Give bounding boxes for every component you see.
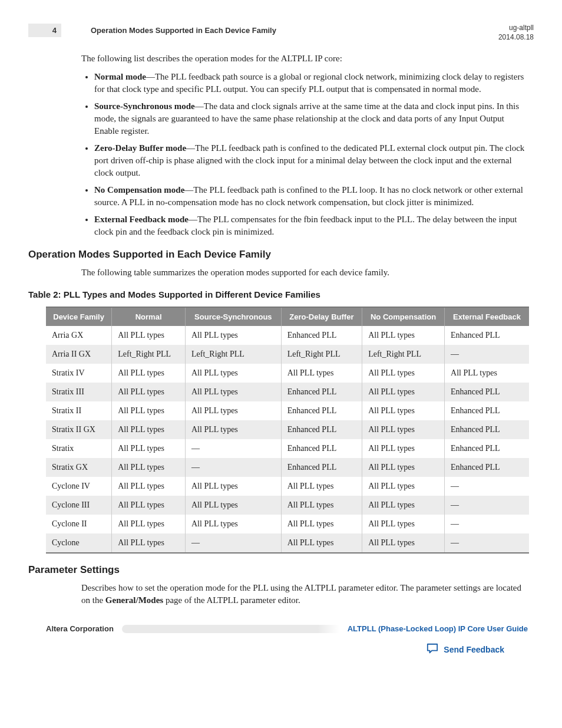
table-cell: Enhanced PLL: [281, 439, 362, 458]
header-meta: ug-altpll 2014.08.18: [498, 24, 534, 42]
table-cell: Enhanced PLL: [445, 420, 529, 439]
table-row: Stratix GXAll PLL types—Enhanced PLLAll …: [46, 458, 529, 477]
page-footer: Altera Corporation ALTPLL (Phase-Locked …: [28, 624, 534, 633]
table-cell: Stratix IV: [46, 364, 112, 383]
table-cell: All PLL types: [281, 496, 362, 515]
table-cell: —: [445, 496, 529, 515]
table-cell: All PLL types: [186, 496, 282, 515]
table-cell: Left_Right PLL: [112, 345, 186, 364]
table-row: Stratix II GXAll PLL typesAll PLL typesE…: [46, 420, 529, 439]
table-cell: Cyclone: [46, 533, 112, 553]
table-header-cell: External Feedback: [445, 307, 529, 326]
table-cell: —: [186, 439, 282, 458]
table-cell: —: [445, 477, 529, 496]
table-cell: All PLL types: [112, 401, 186, 420]
mode-item: Zero-Delay Buffer mode—The PLL feedback …: [94, 142, 528, 179]
send-feedback-link[interactable]: Send Feedback: [426, 643, 504, 656]
table-header-cell: Normal: [112, 307, 186, 326]
section-heading-params: Parameter Settings: [28, 564, 534, 576]
footer-divider: [122, 625, 339, 633]
mode-item: No Compensation mode—The PLL feedback pa…: [94, 184, 528, 209]
table-cell: All PLL types: [112, 383, 186, 401]
table-cell: Enhanced PLL: [445, 383, 529, 401]
table-cell: Stratix II: [46, 401, 112, 420]
mode-name: Source-Synchronous mode: [94, 101, 195, 111]
feedback-label: Send Feedback: [444, 645, 504, 654]
table-cell: Left_Right PLL: [281, 345, 362, 364]
running-title: Operation Modes Supported in Each Device…: [91, 24, 498, 35]
table-row: Arria GXAll PLL typesAll PLL typesEnhanc…: [46, 326, 529, 345]
table-row: Stratix IIIAll PLL typesAll PLL typesEnh…: [46, 383, 529, 401]
page-header: 4 Operation Modes Supported in Each Devi…: [28, 24, 534, 42]
table-cell: Stratix III: [46, 383, 112, 401]
table-cell: Enhanced PLL: [281, 383, 362, 401]
mode-name: Zero-Delay Buffer mode: [94, 143, 186, 153]
table-cell: Enhanced PLL: [281, 458, 362, 477]
table-header-cell: No Compensation: [362, 307, 445, 326]
table-cell: All PLL types: [112, 533, 186, 553]
table-cell: All PLL types: [362, 326, 445, 345]
table-cell: Enhanced PLL: [445, 326, 529, 345]
table-cell: All PLL types: [112, 477, 186, 496]
section2-paragraph: Describes how to set the operation mode …: [81, 582, 528, 607]
table-cell: Enhanced PLL: [445, 401, 529, 420]
table-row: Stratix IVAll PLL typesAll PLL typesAll …: [46, 364, 529, 383]
table-cell: Enhanced PLL: [445, 458, 529, 477]
table-cell: Cyclone IV: [46, 477, 112, 496]
table-cell: All PLL types: [362, 439, 445, 458]
table-row: Cyclone IIAll PLL typesAll PLL typesAll …: [46, 515, 529, 533]
table-header-cell: Source-Synchronous: [186, 307, 282, 326]
modes-list: Normal mode—The PLL feedback path source…: [81, 71, 528, 238]
table-cell: All PLL types: [281, 477, 362, 496]
table-cell: All PLL types: [445, 364, 529, 383]
table-cell: All PLL types: [112, 420, 186, 439]
table-cell: All PLL types: [186, 326, 282, 345]
table-cell: Left_Right PLL: [186, 345, 282, 364]
table-cell: Stratix II GX: [46, 420, 112, 439]
mode-item: External Feedback mode—The PLL compensat…: [94, 213, 528, 238]
table-cell: —: [445, 345, 529, 364]
table-cell: All PLL types: [362, 401, 445, 420]
table-cell: All PLL types: [362, 533, 445, 553]
table-cell: All PLL types: [186, 477, 282, 496]
section1-intro: The following table summarizes the opera…: [81, 266, 528, 279]
table-cell: All PLL types: [362, 383, 445, 401]
table-cell: Cyclone II: [46, 515, 112, 533]
intro-paragraph: The following list describes the operati…: [81, 52, 528, 65]
table-cell: All PLL types: [186, 420, 282, 439]
table-cell: —: [186, 458, 282, 477]
table-cell: Cyclone III: [46, 496, 112, 515]
table-cell: All PLL types: [281, 533, 362, 553]
table-cell: All PLL types: [281, 364, 362, 383]
footer-doc-title[interactable]: ALTPLL (Phase-Locked Loop) IP Core User …: [348, 624, 528, 633]
table-cell: All PLL types: [112, 458, 186, 477]
table-cell: Stratix: [46, 439, 112, 458]
table-cell: All PLL types: [281, 515, 362, 533]
table-row: Stratix IIAll PLL typesAll PLL typesEnha…: [46, 401, 529, 420]
mode-item: Source-Synchronous mode—The data and clo…: [94, 100, 528, 137]
page-number: 4: [28, 24, 61, 37]
table-cell: All PLL types: [362, 477, 445, 496]
table-cell: All PLL types: [362, 515, 445, 533]
table-cell: All PLL types: [362, 458, 445, 477]
mode-name: Normal mode: [94, 72, 146, 81]
table-cell: Stratix GX: [46, 458, 112, 477]
table-cell: Enhanced PLL: [281, 401, 362, 420]
mode-item: Normal mode—The PLL feedback path source…: [94, 71, 528, 95]
table-cell: —: [186, 533, 282, 553]
table-cell: Enhanced PLL: [445, 439, 529, 458]
table-cell: All PLL types: [186, 515, 282, 533]
table-row: CycloneAll PLL types—All PLL typesAll PL…: [46, 533, 529, 553]
footer-company: Altera Corporation: [46, 624, 114, 633]
table-cell: All PLL types: [186, 383, 282, 401]
comment-icon: [426, 643, 439, 656]
table-cell: —: [445, 533, 529, 553]
para-bold: General/Modes: [105, 595, 163, 605]
table-row: StratixAll PLL types—Enhanced PLLAll PLL…: [46, 439, 529, 458]
table-cell: All PLL types: [186, 401, 282, 420]
table-cell: All PLL types: [112, 515, 186, 533]
table-cell: All PLL types: [362, 420, 445, 439]
pll-modes-table: Device FamilyNormalSource-SynchronousZer…: [46, 307, 529, 554]
table-cell: Enhanced PLL: [281, 326, 362, 345]
table-cell: Arria GX: [46, 326, 112, 345]
